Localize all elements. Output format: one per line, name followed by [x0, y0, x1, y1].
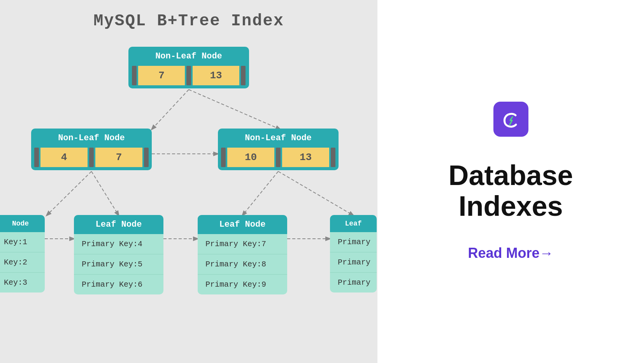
read-more-link[interactable]: Read More→	[468, 245, 553, 261]
left-nl-key-1: 4	[40, 148, 88, 167]
title-line2: Indexes	[458, 190, 563, 222]
leaf-2-row-1: Primary Key:8	[198, 254, 287, 275]
key-divider-left	[132, 66, 137, 85]
root-node-keys: 7 13	[128, 66, 249, 88]
left-nl-divider-r	[144, 148, 149, 167]
title-line1: Database	[448, 160, 573, 191]
left-nl-divider-m	[89, 148, 94, 167]
root-node-header: Non-Leaf Node	[128, 47, 249, 66]
leaf-1-header: Leaf Node	[74, 215, 163, 234]
svg-line-4	[242, 171, 278, 215]
leaf-0-header: Node	[0, 215, 45, 232]
leaf-3-rows: Primary Primary Primary	[330, 232, 377, 293]
leaf-2-header: Leaf Node	[198, 215, 287, 234]
leaf-node-0: Node Key:1 Key:2 Key:3	[0, 215, 45, 293]
diagram-panel: MySQL B+Tree Index	[0, 0, 377, 363]
right-nonleaf-keys: 10 13	[218, 148, 339, 170]
svg-line-1	[189, 90, 280, 129]
leaf-1-rows: Primary Key:4 Primary Key:5 Primary Key:…	[74, 234, 163, 294]
svg-line-5	[278, 171, 353, 215]
left-nonleaf-node: Non-Leaf Node 4 7	[31, 129, 152, 170]
leaf-2-rows: Primary Key:7 Primary Key:8 Primary Key:…	[198, 234, 287, 294]
right-nl-divider-m	[276, 148, 281, 167]
leaf-0-rows: Key:1 Key:2 Key:3	[0, 232, 45, 293]
key-divider-mid	[186, 66, 191, 85]
leaf-2-row-2: Primary Key:9	[198, 275, 287, 294]
right-nl-divider-r	[331, 148, 335, 167]
right-nl-key-2: 13	[282, 148, 329, 167]
leaf-2-row-0: Primary Key:7	[198, 234, 287, 254]
leaf-node-2: Leaf Node Primary Key:7 Primary Key:8 Pr…	[198, 215, 287, 294]
svg-line-3	[91, 171, 119, 215]
leaf-3-row-2: Primary	[330, 273, 377, 293]
leaf-node-3: Leaf Primary Primary Primary	[330, 215, 377, 293]
leaf-0-row-1: Key:2	[0, 252, 45, 273]
key-divider-right	[241, 66, 246, 85]
leaf-1-row-1: Primary Key:5	[74, 254, 163, 275]
right-nonleaf-header: Non-Leaf Node	[218, 129, 339, 148]
root-key-1: 7	[138, 66, 185, 85]
right-nl-divider-l	[221, 148, 226, 167]
left-nl-divider-l	[34, 148, 39, 167]
root-key-2: 13	[193, 66, 239, 85]
diagram-title: MySQL B+Tree Index	[0, 0, 377, 30]
right-nonleaf-node: Non-Leaf Node 10 13	[218, 129, 339, 170]
leaf-node-1: Leaf Node Primary Key:4 Primary Key:5 Pr…	[74, 215, 163, 294]
left-nl-key-2: 7	[95, 148, 142, 167]
leaf-0-row-0: Key:1	[0, 232, 45, 252]
leaf-1-row-0: Primary Key:4	[74, 234, 163, 254]
leaf-3-header: Leaf	[330, 215, 377, 232]
app-logo	[493, 102, 528, 137]
leaf-0-row-2: Key:3	[0, 273, 45, 293]
main-title: Database Indexes	[448, 160, 573, 222]
leaf-1-row-2: Primary Key:6	[74, 275, 163, 294]
left-nonleaf-header: Non-Leaf Node	[31, 129, 152, 148]
right-panel: Database Indexes Read More→	[377, 0, 644, 363]
leaf-3-row-1: Primary	[330, 252, 377, 273]
left-nonleaf-keys: 4 7	[31, 148, 152, 170]
tree-container: Non-Leaf Node 7 13 Non-Leaf Node 4 7 Non…	[0, 35, 377, 363]
leaf-3-row-0: Primary	[330, 232, 377, 252]
logo-icon	[499, 107, 523, 131]
svg-line-0	[152, 90, 189, 129]
right-nl-key-1: 10	[227, 148, 274, 167]
root-nonleaf-node: Non-Leaf Node 7 13	[128, 47, 249, 88]
svg-line-2	[47, 171, 91, 215]
